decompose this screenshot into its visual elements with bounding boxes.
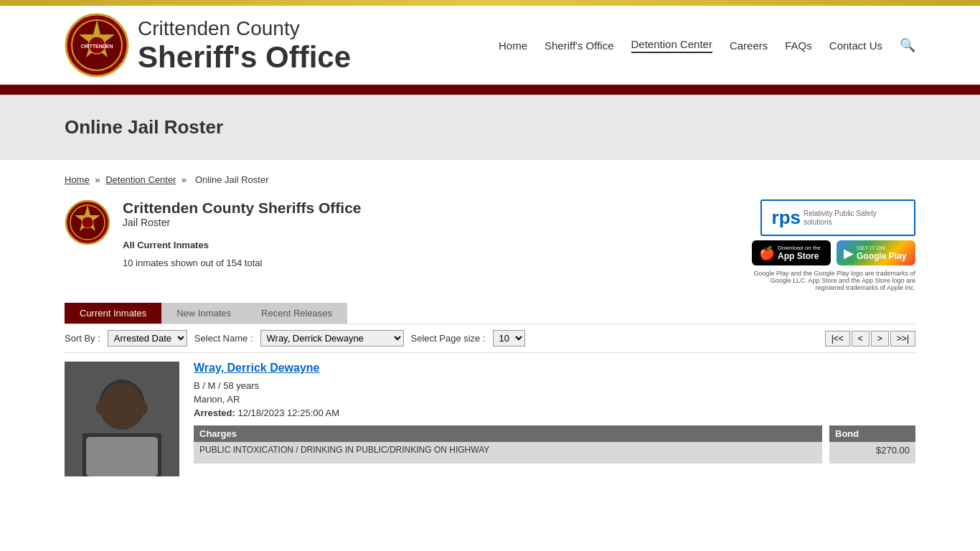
app-store-bottom: App Store — [778, 251, 821, 261]
svg-point-14 — [100, 383, 143, 429]
inmate-shown: 10 inmates shown out of 154 total — [123, 258, 362, 268]
bond-header: Bond — [829, 425, 915, 442]
roster-title-block: Crittenden County Sheriffs Office Jail R… — [123, 199, 362, 271]
roster-left: Crittenden County Sheriffs Office Jail R… — [65, 199, 362, 271]
inmate-slash1: / — [202, 380, 207, 391]
breadcrumb-sep1: » — [95, 174, 103, 185]
tab-current-inmates[interactable]: Current Inmates — [65, 303, 161, 324]
rps-logo: rps Relativity Public Safety solutions — [760, 199, 915, 236]
breadcrumb: Home » Detention Center » Online Jail Ro… — [65, 174, 915, 185]
breadcrumb-home[interactable]: Home — [65, 174, 90, 185]
inmate-info: Wray, Derrick Dewayne B / M / 58 years M… — [194, 362, 915, 476]
select-name-select[interactable]: Wray, Derrick Dewayne — [260, 330, 404, 347]
sheriff-badge-icon: CRITTENDEN — [65, 13, 129, 77]
inmate-count: All Current Inmates — [123, 240, 362, 250]
breadcrumb-current: Online Jail Roster — [195, 174, 269, 185]
apple-icon: 🍎 — [759, 245, 775, 261]
pagination-prev[interactable]: < — [852, 331, 870, 347]
inmate-location: Marion, AR — [194, 394, 915, 405]
nav-careers[interactable]: Careers — [730, 39, 768, 52]
app-badges: 🍎 Download on the App Store ▶ GET IT ON … — [752, 240, 915, 265]
select-name-label: Select Name : — [194, 333, 253, 344]
inmate-name[interactable]: Wray, Derrick Dewayne — [194, 362, 915, 375]
google-play-bottom: Google Play — [857, 251, 906, 261]
arrested-date: 12/18/2023 12:25:00 AM — [237, 408, 339, 418]
page-title: Online Jail Roster — [65, 116, 915, 138]
svg-text:CRITTENDEN: CRITTENDEN — [80, 44, 113, 49]
main-content: Home » Detention Center » Online Jail Ro… — [0, 160, 980, 505]
svg-point-15 — [96, 402, 105, 415]
nav-contact-us[interactable]: Contact Us — [829, 39, 882, 52]
page-size-label: Select Page size : — [411, 333, 486, 344]
inmate-race: B — [194, 380, 200, 391]
logo-line1: Crittenden County — [138, 17, 351, 41]
charge-row: PUBLIC INTOXICATION / DRINKING IN PUBLIC… — [194, 442, 822, 463]
pagination-first[interactable]: |<< — [825, 331, 850, 347]
google-play-badge[interactable]: ▶ GET IT ON Google Play — [837, 240, 915, 265]
breadcrumb-detention[interactable]: Detention Center — [105, 174, 176, 185]
rps-text: rps — [772, 207, 801, 229]
charges-column: Charges PUBLIC INTOXICATION / DRINKING I… — [194, 425, 822, 463]
tab-recent-releases[interactable]: Recent Releases — [246, 303, 347, 324]
app-notice: Google Play and the Google Play logo are… — [743, 270, 915, 291]
svg-point-8 — [82, 217, 93, 228]
roster-badge-icon — [65, 199, 111, 246]
nav-home[interactable]: Home — [499, 39, 527, 52]
page-title-area: Online Jail Roster — [0, 95, 980, 160]
arrested-label: Arrested: — [194, 408, 235, 418]
dark-red-bar — [0, 85, 980, 95]
logo-line2: Sheriff's Office — [138, 41, 351, 74]
filter-bar: Sort By : Arrested Date Select Name : Wr… — [65, 324, 915, 353]
inmate-arrested: Arrested: 12/18/2023 12:25:00 AM — [194, 408, 915, 418]
app-store-badge[interactable]: 🍎 Download on the App Store — [752, 240, 831, 265]
charges-table: Charges PUBLIC INTOXICATION / DRINKING I… — [194, 425, 915, 463]
sort-by-label: Sort By : — [65, 333, 100, 344]
pagination-last[interactable]: >>| — [890, 331, 915, 347]
google-play-top: GET IT ON — [857, 245, 906, 251]
tabs: Current Inmates New Inmates Recent Relea… — [65, 303, 915, 324]
inmate-sex: M — [208, 380, 216, 391]
inmate-card: Wray, Derrick Dewayne B / M / 58 years M… — [65, 362, 915, 476]
inmate-photo — [65, 362, 179, 476]
nav-faqs[interactable]: FAQs — [785, 39, 812, 52]
pagination: |<< < > >>| — [825, 331, 915, 347]
roster-right: rps Relativity Public Safety solutions 🍎… — [743, 199, 915, 291]
google-play-icon: ▶ — [844, 245, 854, 261]
main-nav: Home Sheriff's Office Detention Center C… — [499, 37, 915, 53]
nav-sheriffs-office[interactable]: Sheriff's Office — [545, 39, 614, 52]
search-icon[interactable]: 🔍 — [900, 37, 915, 53]
nav-detention-center[interactable]: Detention Center — [631, 38, 712, 53]
page-size-select[interactable]: 10 — [493, 330, 525, 347]
sort-by-select[interactable]: Arrested Date — [108, 330, 187, 347]
bond-column: Bond $270.00 — [829, 425, 915, 463]
logo-text: Crittenden County Sheriff's Office — [138, 17, 351, 74]
roster-header: Crittenden County Sheriffs Office Jail R… — [65, 199, 915, 291]
svg-rect-13 — [86, 437, 158, 476]
inmate-age: 58 years — [223, 380, 259, 391]
svg-point-16 — [139, 402, 148, 415]
charges-header: Charges — [194, 425, 822, 442]
roster-title: Crittenden County Sheriffs Office — [123, 199, 362, 217]
roster-subtitle: Jail Roster — [123, 217, 362, 228]
rps-subtext: Relativity Public Safety solutions — [804, 209, 904, 227]
top-gold-bar — [0, 0, 980, 6]
site-header: CRITTENDEN Crittenden County Sheriff's O… — [0, 6, 980, 85]
tab-new-inmates[interactable]: New Inmates — [161, 303, 246, 324]
app-store-top: Download on the — [778, 245, 821, 251]
logo-area: CRITTENDEN Crittenden County Sheriff's O… — [65, 13, 351, 77]
breadcrumb-sep2: » — [182, 174, 189, 185]
pagination-next[interactable]: > — [871, 331, 889, 347]
bond-amount: $270.00 — [829, 442, 915, 463]
inmate-demographics: B / M / 58 years — [194, 380, 915, 391]
